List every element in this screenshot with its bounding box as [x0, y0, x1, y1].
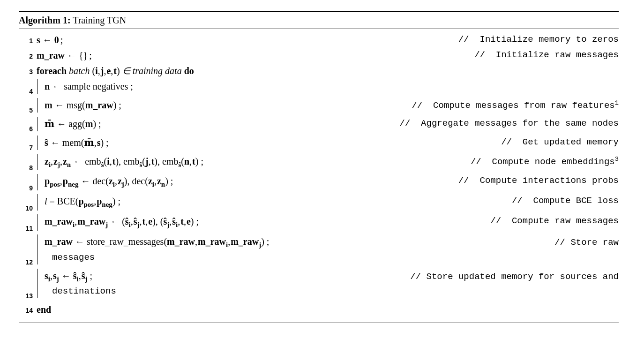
- line-comment: // Compute messages from raw features1: [412, 98, 619, 113]
- line-code: l = BCE(ppos,pneg) ;: [45, 194, 120, 210]
- line-code: foreach batch (i,j,e,t) ∈ training data …: [37, 64, 194, 78]
- line-comment: // Store updated memory for sources and: [410, 270, 619, 284]
- rule-under-title: [19, 29, 619, 29]
- line-code: m̄ ← agg(m) ;: [45, 117, 101, 131]
- line-code: m_raw ← store_raw_messages(m_raw,m_rawi,…: [45, 234, 619, 264]
- algo-line: 4 n ← sample negatives ;: [19, 79, 619, 97]
- line-code: s ← 0;: [37, 33, 63, 47]
- line-code: m_raw ← {};: [37, 48, 92, 63]
- line-number: 13: [19, 291, 37, 302]
- line-comment-cont: destinations: [45, 285, 619, 298]
- line-comment: // Compute node embeddings3: [471, 154, 619, 169]
- line-number: 7: [19, 143, 37, 153]
- algo-line: 13 si,sj ← ŝi,ŝj ; // Store updated memo…: [19, 269, 619, 302]
- line-comment: // Compute BCE loss: [512, 194, 619, 208]
- line-number: 9: [19, 183, 37, 194]
- rule-top: [19, 11, 619, 12]
- algo-line: 2 m_raw ← {}; // Initialize raw messages: [19, 48, 619, 63]
- algo-line: 14 end: [19, 302, 619, 317]
- line-code: ŝ ← mem(m̄,s) ;: [45, 136, 109, 150]
- line-number: 12: [19, 257, 37, 268]
- algorithm-title: Algorithm 1: Training TGN: [19, 14, 619, 27]
- algo-line: 12 m_raw ← store_raw_messages(m_raw,m_ra…: [19, 234, 619, 267]
- algo-line: 6 m̄ ← agg(m) ; // Aggregate messages fo…: [19, 117, 619, 135]
- line-number: 4: [19, 87, 37, 97]
- line-number: 14: [19, 306, 37, 316]
- line-code: ppos,pneg ← dec(zi,zj), dec(zi,zn) ;: [45, 174, 173, 190]
- line-comment: // Compute interactions probs: [458, 174, 619, 188]
- line-comment: // Initialize raw messages: [474, 48, 619, 62]
- line-comment: // Compute raw messages: [490, 214, 619, 228]
- algo-line: 1 s ← 0; // Initialize memory to zeros: [19, 33, 619, 47]
- title-prefix: Algorithm 1:: [19, 15, 71, 25]
- algo-line: 7 ŝ ← mem(m̄,s) ; // Get updated memory: [19, 136, 619, 153]
- line-comment: // Aggregate messages for the same nodes: [400, 117, 619, 130]
- line-number: 8: [19, 163, 37, 174]
- algo-line: 11 m_rawi,m_rawj ← (ŝi,ŝj,t,e), (ŝj,ŝi,t…: [19, 214, 619, 234]
- line-comment-cont: messages: [45, 251, 619, 264]
- line-code: m_rawi,m_rawj ← (ŝi,ŝj,t,e), (ŝj,ŝi,t,e)…: [45, 214, 199, 230]
- line-code: zi,zj,zn ← embŝ(i,t), embŝ(j,t), embŝ(n,…: [45, 154, 203, 170]
- line-code: n ← sample negatives ;: [45, 79, 133, 94]
- line-number: 2: [19, 52, 37, 62]
- algo-line: 9 ppos,pneg ← dec(zi,zj), dec(zi,zn) ; /…: [19, 174, 619, 193]
- line-comment: // Store raw: [554, 236, 619, 249]
- line-number: 3: [19, 67, 37, 77]
- line-comment: // Get updated memory: [501, 136, 619, 149]
- line-number: 1: [19, 36, 37, 46]
- algo-line: 8 zi,zj,zn ← embŝ(i,t), embŝ(j,t), embŝ(…: [19, 154, 619, 174]
- algorithm-block: Algorithm 1: Training TGN 1 s ← 0; // In…: [19, 11, 619, 323]
- algorithm-body: 1 s ← 0; // Initialize memory to zeros 2…: [19, 31, 619, 321]
- algo-line: 5 m ← msg(m_raw) ; // Compute messages f…: [19, 98, 619, 116]
- line-code: end: [37, 302, 51, 317]
- line-number: 5: [19, 106, 37, 116]
- algo-line: 10 l = BCE(ppos,pneg) ; // Compute BCE l…: [19, 194, 619, 213]
- line-code: m ← msg(m_raw) ;: [45, 98, 121, 113]
- line-number: 11: [19, 224, 37, 234]
- line-comment: // Initialize memory to zeros: [458, 33, 619, 46]
- rule-bottom: [19, 323, 619, 323]
- algo-line: 3 foreach batch (i,j,e,t) ∈ training dat…: [19, 64, 619, 78]
- title-text: Training TGN: [71, 15, 127, 25]
- line-number: 10: [19, 204, 37, 214]
- line-number: 6: [19, 124, 37, 135]
- line-code: si,sj ← ŝi,ŝj ; // Store updated memory …: [45, 269, 619, 299]
